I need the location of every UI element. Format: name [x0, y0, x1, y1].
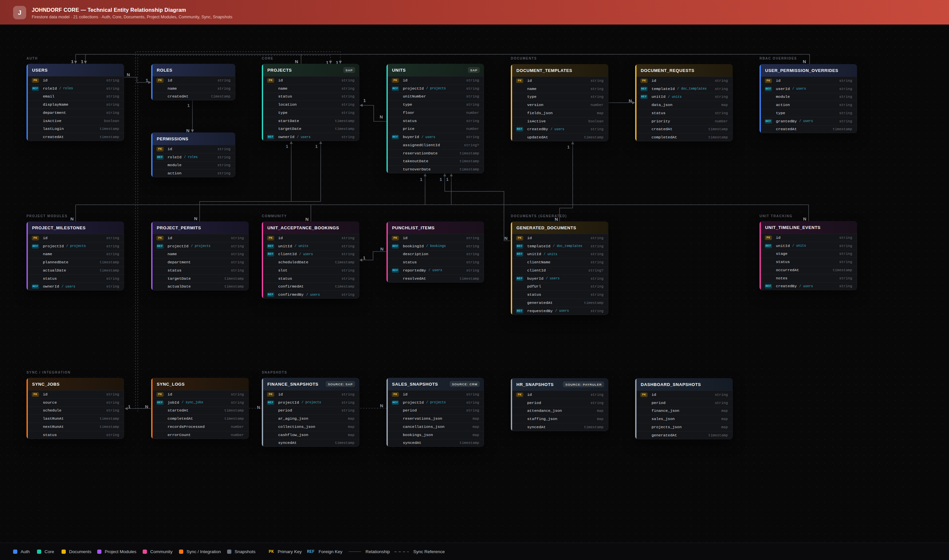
svg-text:N: N [126, 72, 130, 77]
svg-text:1: 1 [146, 78, 148, 83]
svg-text:1: 1 [286, 144, 288, 149]
svg-text:1: 1 [71, 59, 74, 64]
svg-text:N: N [295, 59, 298, 64]
svg-text:N: N [380, 403, 383, 408]
svg-text:1: 1 [187, 103, 190, 108]
svg-text:N: N [803, 217, 806, 222]
svg-text:1: 1 [128, 404, 131, 409]
svg-text:1: 1 [363, 255, 365, 260]
svg-text:N: N [70, 217, 74, 222]
svg-text:N: N [380, 114, 383, 119]
svg-text:N: N [305, 217, 308, 222]
svg-text:1: 1 [567, 145, 570, 149]
svg-text:1: 1 [446, 177, 449, 182]
svg-text:1: 1 [420, 177, 422, 182]
svg-text:1: 1 [81, 59, 83, 64]
svg-text:N: N [257, 405, 260, 410]
svg-text:N: N [504, 236, 508, 241]
svg-text:1: 1 [439, 177, 442, 182]
svg-text:N: N [803, 59, 806, 64]
svg-text:N: N [629, 98, 632, 103]
svg-text:1: 1 [363, 98, 366, 103]
svg-text:1: 1 [315, 144, 318, 149]
svg-text:N: N [145, 404, 148, 409]
svg-text:N: N [380, 247, 384, 252]
svg-text:N: N [194, 216, 197, 221]
